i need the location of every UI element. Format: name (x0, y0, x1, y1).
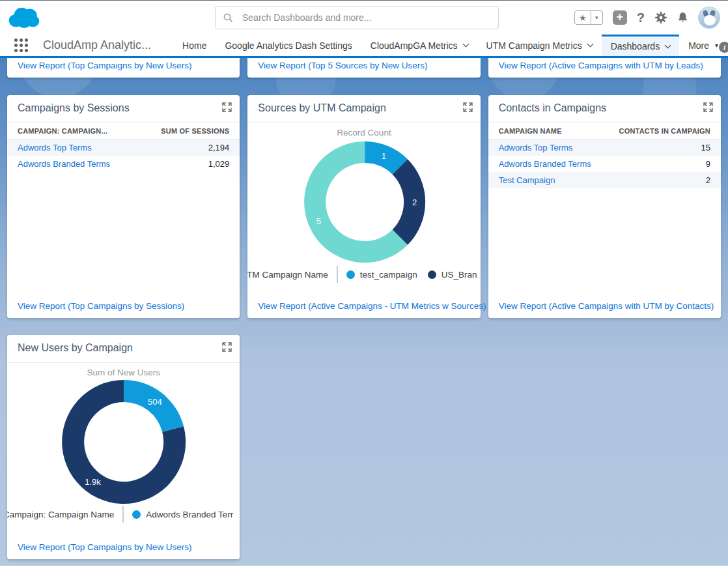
view-report-link[interactable]: View Report (Active Campaigns - UTM Metr… (258, 301, 486, 311)
tab-label: Google Analytics Dash Settings (225, 40, 352, 51)
global-search[interactable] (215, 6, 499, 29)
tab-cloudampga-metrics[interactable]: CloudAmpGA Metrics (361, 35, 477, 56)
legend-axis-label: Campaign: Campaign Name (7, 510, 114, 519)
legend-item: US_Bran (428, 270, 477, 280)
legend-label: test_campaign (360, 270, 417, 280)
table-row: Test Campaign 2 (488, 172, 721, 188)
tab-label: UTM Campaign Metrics (486, 40, 582, 51)
favorites-group: ★ ▾ (574, 10, 603, 25)
contacts-in-campaigns-table: CAMPAIGN NAME CONTACTS IN CAMPAIGN Adwor… (488, 123, 721, 188)
card-title: Campaigns by Sessions (18, 102, 130, 114)
favorites-dropdown-icon[interactable]: ▾ (591, 10, 603, 25)
expand-icon[interactable] (222, 342, 232, 352)
view-report-link[interactable]: View Report (Top Campaigns by New Users) (18, 542, 192, 552)
table-row: Adwords Branded Terms 1,029 (7, 156, 240, 172)
app-launcher-icon[interactable] (14, 38, 30, 53)
card-header: Sources by UTM Campaign (247, 95, 480, 123)
svg-text:504: 504 (148, 397, 162, 407)
campaign-link[interactable]: Test Campaign (499, 175, 555, 185)
card-new-users-by-campaign: New Users by Campaign Sum of New Users 5… (7, 335, 240, 559)
card-sources-by-utm-campaign: Sources by UTM Campaign Record Count 125… (247, 95, 480, 318)
svg-text:2: 2 (412, 197, 417, 207)
cell-value: 1,029 (137, 156, 240, 172)
donut-chart-sources[interactable]: 125 (247, 137, 480, 267)
help-icon[interactable]: ? (637, 10, 645, 25)
card-active-campaigns-utm-by-leads-cut: View Report (Active Campaigns with UTM b… (488, 58, 721, 78)
card-campaigns-by-sessions: Campaigns by Sessions CAMPAIGN: CAMPAIGN… (7, 95, 240, 318)
dashboard-canvas: View Report (Top Campaigns by New Users)… (0, 58, 728, 566)
info-icon[interactable]: i (719, 42, 728, 53)
legend-divider (337, 266, 338, 283)
campaigns-by-sessions-table: CAMPAIGN: CAMPAIGN... SUM OF SESSIONS Ad… (7, 123, 240, 172)
dashboard-row-3: New Users by Campaign Sum of New Users 5… (7, 335, 721, 559)
header-actions: ★ ▾ + ? (574, 1, 720, 35)
chevron-down-icon[interactable] (462, 41, 469, 48)
campaign-link[interactable]: Adwords Top Terms (18, 143, 92, 153)
view-report-link[interactable]: View Report (Top Campaigns by Sessions) (18, 301, 184, 311)
card-title: Sources by UTM Campaign (258, 102, 386, 114)
app-nav-bar: CloudAmp Analytic... Home Google Analyti… (0, 35, 728, 58)
nav-tabs: Home Google Analytics Dash Settings Clou… (173, 35, 727, 56)
svg-text:1: 1 (382, 151, 386, 161)
donut-chart-new-users[interactable]: 5041.9k (7, 377, 240, 507)
column-header: CAMPAIGN: CAMPAIGN... (7, 123, 137, 139)
svg-text:5: 5 (316, 216, 321, 226)
tab-google-analytics-dash-settings[interactable]: Google Analytics Dash Settings (216, 35, 361, 56)
favorite-star-icon[interactable]: ★ (574, 10, 591, 25)
card-header: New Users by Campaign (7, 335, 240, 363)
tab-home[interactable]: Home (173, 35, 216, 56)
column-header: CAMPAIGN NAME (488, 123, 606, 139)
chart-title: Sum of New Users (7, 368, 240, 377)
user-avatar[interactable] (698, 7, 720, 29)
expand-icon[interactable] (222, 102, 232, 112)
salesforce-logo-icon (8, 7, 40, 29)
card-top-campaigns-by-new-users-cut: View Report (Top Campaigns by New Users) (7, 58, 240, 78)
search-icon (223, 13, 233, 23)
expand-icon[interactable] (703, 102, 713, 112)
campaign-link[interactable]: Adwords Branded Terms (18, 159, 110, 169)
app-name: CloudAmp Analytic... (43, 38, 151, 52)
campaign-link[interactable]: Adwords Branded Terms (499, 159, 591, 169)
tab-dashboards[interactable]: Dashboards (602, 35, 680, 56)
search-input[interactable] (242, 12, 490, 23)
view-report-link[interactable]: View Report (Active Campaigns with UTM b… (499, 301, 714, 311)
cell-value: 2,194 (137, 139, 240, 156)
card-title: Contacts in Campaigns (499, 102, 606, 114)
legend-label: Adwords Branded Terr (146, 510, 233, 519)
tab-label: CloudAmpGA Metrics (371, 40, 458, 51)
card-contacts-in-campaigns: Contacts in Campaigns CAMPAIGN NAME CONT… (488, 95, 721, 318)
view-report-link[interactable]: View Report (Top 5 Sources by New Users) (258, 61, 427, 70)
cell-value: 9 (605, 156, 721, 172)
tab-utm-campaign-metrics[interactable]: UTM Campaign Metrics (477, 35, 602, 56)
cell-value: 15 (605, 139, 721, 156)
cell-value: 2 (605, 172, 721, 188)
global-add-icon[interactable]: + (613, 10, 627, 25)
dashboard-row-2: Campaigns by Sessions CAMPAIGN: CAMPAIGN… (7, 95, 721, 318)
expand-icon[interactable] (463, 102, 473, 112)
caret-down-icon: ▾ (715, 42, 718, 49)
setup-gear-icon[interactable] (654, 11, 667, 24)
tab-label: More (688, 40, 709, 51)
chart-legend: Campaign: Campaign Name Adwords Branded … (7, 506, 240, 523)
column-header: SUM OF SESSIONS (137, 123, 240, 139)
view-report-link[interactable]: View Report (Top Campaigns by New Users) (18, 61, 192, 70)
card-top5-sources-by-new-users-cut: View Report (Top 5 Sources by New Users) (247, 58, 480, 78)
card-header: Campaigns by Sessions (7, 95, 240, 123)
chevron-down-icon[interactable] (665, 42, 671, 48)
legend-axis-label: UTM Campaign Name (247, 270, 328, 280)
campaign-link[interactable]: Adwords Top Terms (499, 143, 573, 153)
table-row: Adwords Top Terms 2,194 (7, 139, 240, 156)
legend-item: Adwords Branded Terr (132, 510, 233, 519)
chart-title: Record Count (247, 128, 480, 138)
dashboard-row-1: View Report (Top Campaigns by New Users)… (7, 58, 721, 78)
legend-item: test_campaign (346, 270, 417, 280)
chevron-down-icon[interactable] (587, 41, 593, 48)
card-title: New Users by Campaign (18, 342, 133, 354)
notifications-bell-icon[interactable] (677, 12, 688, 23)
table-row: Adwords Branded Terms 9 (488, 156, 721, 172)
tab-label: Dashboards (611, 41, 660, 51)
legend-dot (132, 510, 141, 519)
legend-label: US_Bran (441, 270, 477, 280)
view-report-link[interactable]: View Report (Active Campaigns with UTM b… (499, 61, 703, 70)
legend-dot (346, 270, 355, 279)
